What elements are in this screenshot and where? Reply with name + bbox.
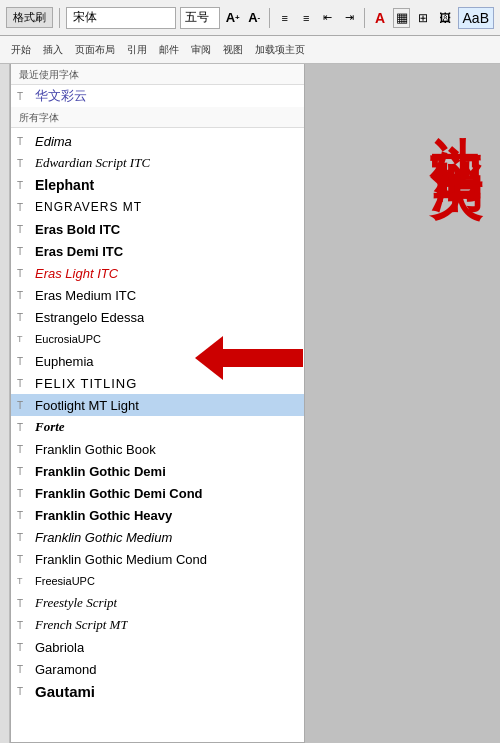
font-type-icon: T [17, 268, 31, 279]
font-item-name: Eras Bold ITC [35, 222, 120, 237]
font-item[interactable]: T Edwardian Script ITC [11, 152, 304, 174]
right-chinese-text-area: 让它们消失 [425, 94, 485, 134]
font-item-gautami[interactable]: T Gautami [11, 680, 304, 702]
font-item-name: Eras Demi ITC [35, 244, 123, 259]
font-type-icon: T [17, 444, 31, 455]
font-list[interactable]: T Edima T Edwardian Script ITC T Elephan… [11, 128, 304, 742]
font-item-name: Estrangelo Edessa [35, 310, 144, 325]
font-item-footlight[interactable]: T Footlight MT Light [11, 394, 304, 416]
arrow-indicator [195, 336, 303, 380]
font-item-name: Franklin Gothic Demi Cond [35, 486, 203, 501]
font-type-icon: T [17, 312, 31, 323]
font-item-forte[interactable]: T Forte [11, 416, 304, 438]
font-type-icon: T [17, 356, 31, 367]
arrow-body [223, 349, 303, 367]
indent-decrease-icon[interactable]: ⇤ [319, 8, 337, 28]
font-item[interactable]: T Eras Light ITC [11, 262, 304, 284]
font-item-name: Garamond [35, 662, 96, 677]
list-unordered-icon[interactable]: ≡ [276, 8, 294, 28]
font-item[interactable]: T Garamond [11, 658, 304, 680]
font-type-icon: T [17, 246, 31, 257]
format-painter-button[interactable]: 格式刷 [6, 7, 53, 28]
font-type-icon: T [17, 290, 31, 301]
font-item-name: French Script MT [35, 617, 128, 633]
font-type-icon: T [17, 488, 31, 499]
font-item-name: Euphemia [35, 354, 94, 369]
font-item-name: EucrosiaUPC [35, 333, 101, 345]
font-increase-icon[interactable]: A+ [224, 8, 242, 28]
font-item-name: Franklin Gothic Medium [35, 530, 172, 545]
tab-start[interactable]: 开始 [6, 41, 36, 59]
font-item-name: Edwardian Script ITC [35, 155, 150, 171]
tab-review[interactable]: 审阅 [186, 41, 216, 59]
tab-page-layout[interactable]: 页面布局 [70, 41, 120, 59]
toolbar-separator2 [269, 8, 270, 28]
picture-icon[interactable]: 🖼 [436, 8, 454, 28]
recent-font-item[interactable]: T 华文彩云 [11, 85, 304, 107]
tab-reference[interactable]: 引用 [122, 41, 152, 59]
font-item-name: FreesiaUPC [35, 575, 95, 587]
font-item-fg-medium[interactable]: T Franklin Gothic Medium [11, 526, 304, 548]
font-item[interactable]: T Eras Bold ITC [11, 218, 304, 240]
font-item-name: Gautami [35, 683, 95, 700]
font-type-icon: T [17, 466, 31, 477]
font-type-icon: T [17, 422, 31, 433]
ribbon-tabs: 开始 插入 页面布局 引用 邮件 审阅 视图 加载项主页 [0, 36, 500, 64]
list-ordered-icon[interactable]: ≡ [298, 8, 316, 28]
font-item[interactable]: T Elephant [11, 174, 304, 196]
font-item-fg-demi-cond[interactable]: T Franklin Gothic Demi Cond [11, 482, 304, 504]
table-icon[interactable]: ⊞ [414, 8, 432, 28]
font-item-name: Elephant [35, 177, 94, 193]
tab-mail[interactable]: 邮件 [154, 41, 184, 59]
font-decrease-icon[interactable]: A- [245, 8, 263, 28]
recent-fonts-header: 最近使用字体 [11, 64, 304, 85]
arrow-head [195, 336, 223, 380]
tab-insert[interactable]: 插入 [38, 41, 68, 59]
text-color-icon[interactable]: A [371, 8, 389, 28]
font-item[interactable]: T Eras Demi ITC [11, 240, 304, 262]
highlight-icon[interactable]: ▦ [393, 8, 411, 28]
font-item[interactable]: T French Script MT [11, 614, 304, 636]
indent-increase-icon[interactable]: ⇥ [341, 8, 359, 28]
font-item[interactable]: T ENGRAVERS MT [11, 196, 304, 218]
font-item[interactable]: T Franklin Gothic Book [11, 438, 304, 460]
font-type-icon: T [17, 532, 31, 543]
font-type-icon: T [17, 91, 31, 102]
all-fonts-header: 所有字体 [11, 107, 304, 128]
font-name-input[interactable] [66, 7, 176, 29]
font-type-icon: T [17, 158, 31, 169]
font-type-icon: T [17, 378, 31, 389]
tab-addins[interactable]: 加载项主页 [250, 41, 310, 59]
font-item-fg-heavy[interactable]: T Franklin Gothic Heavy [11, 504, 304, 526]
font-size-input[interactable] [180, 7, 220, 29]
font-type-icon: T [17, 136, 31, 147]
font-type-icon: T [17, 576, 31, 586]
tab-view[interactable]: 视图 [218, 41, 248, 59]
font-item-name: Eras Light ITC [35, 266, 118, 281]
font-item[interactable]: T FreesiaUPC [11, 570, 304, 592]
toolbar-separator3 [364, 8, 365, 28]
font-item[interactable]: T Eras Medium ITC [11, 284, 304, 306]
font-type-icon: T [17, 334, 31, 344]
font-type-icon: T [17, 224, 31, 235]
font-item-name: Gabriola [35, 640, 84, 655]
font-type-icon: T [17, 620, 31, 631]
font-type-icon: T [17, 202, 31, 213]
chinese-display-text: 让它们消失 [425, 94, 485, 134]
font-item-fg-medium-cond[interactable]: T Franklin Gothic Medium Cond [11, 548, 304, 570]
arrow-shape [195, 336, 303, 380]
font-type-icon: T [17, 180, 31, 191]
font-item[interactable]: T Edima [11, 130, 304, 152]
font-item[interactable]: T Estrangelo Edessa [11, 306, 304, 328]
font-item[interactable]: T Freestyle Script [11, 592, 304, 614]
font-item-name: Freestyle Script [35, 595, 117, 611]
font-item-name: Franklin Gothic Heavy [35, 508, 172, 523]
font-type-icon: T [17, 598, 31, 609]
font-item[interactable]: T Gabriola [11, 636, 304, 658]
font-item-name: Forte [35, 419, 65, 435]
left-panel [0, 64, 10, 743]
font-item[interactable]: T Franklin Gothic Demi [11, 460, 304, 482]
font-type-icon: T [17, 510, 31, 521]
font-type-icon: T [17, 664, 31, 675]
font-item-name: Franklin Gothic Medium Cond [35, 552, 207, 567]
